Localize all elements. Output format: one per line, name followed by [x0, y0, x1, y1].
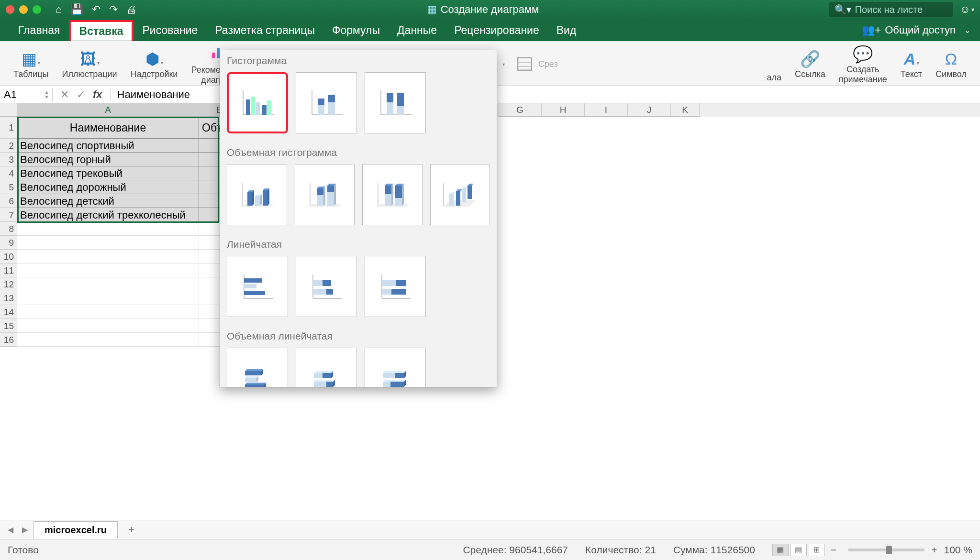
- col-header-g[interactable]: G: [499, 103, 542, 117]
- print-icon[interactable]: 🖨: [126, 3, 137, 16]
- table-icon: ▦▾: [22, 49, 40, 68]
- view-page-break-button[interactable]: ⊞: [809, 544, 825, 556]
- tab-view[interactable]: Вид: [548, 21, 585, 40]
- tab-insert[interactable]: Вставка: [69, 20, 134, 41]
- dd-section-histogram: Гистограмма: [220, 50, 497, 69]
- tab-formulas[interactable]: Формулы: [323, 21, 389, 40]
- zoom-in-button[interactable]: +: [931, 544, 937, 556]
- sheet-nav-prev[interactable]: ◀: [5, 525, 16, 534]
- row-header[interactable]: 6: [0, 194, 17, 208]
- col-header-k[interactable]: K: [671, 103, 700, 117]
- tab-page-layout[interactable]: Разметка страницы: [206, 21, 323, 40]
- row-header[interactable]: 14: [0, 305, 17, 319]
- table-cell[interactable]: Велосипед детский: [17, 194, 199, 208]
- table-cell[interactable]: Велосипед трековый: [17, 166, 199, 180]
- view-page-layout-button[interactable]: ▤: [791, 544, 807, 556]
- row-header[interactable]: 15: [0, 319, 17, 333]
- 100-stacked-column-option[interactable]: [365, 72, 426, 133]
- search-sheet-input[interactable]: 🔍▾ Поиск на листе: [829, 2, 953, 17]
- row-header[interactable]: 13: [0, 291, 17, 305]
- accept-formula-icon[interactable]: ✓: [77, 88, 85, 101]
- fx-icon[interactable]: fx: [93, 88, 102, 101]
- row-header[interactable]: 8: [0, 222, 17, 236]
- svg-marker-71: [449, 192, 456, 194]
- select-all-corner[interactable]: [0, 103, 17, 117]
- row-header[interactable]: 11: [0, 264, 17, 277]
- table-cell[interactable]: Велосипед горный: [17, 153, 199, 166]
- cell[interactable]: [17, 291, 199, 305]
- row-header[interactable]: 2: [0, 139, 17, 153]
- clustered-column-option[interactable]: [227, 72, 288, 133]
- 100-stacked-bar-option[interactable]: [365, 256, 426, 317]
- link-button[interactable]: 🔗 Ссылка: [788, 44, 832, 85]
- row-header[interactable]: 9: [0, 236, 17, 250]
- row-header[interactable]: 7: [0, 208, 17, 222]
- undo-icon[interactable]: ↶: [92, 3, 100, 16]
- cell[interactable]: [17, 236, 199, 250]
- name-box[interactable]: A1 ▴▾: [0, 88, 53, 101]
- tables-button[interactable]: ▦▾ Таблицы: [7, 44, 56, 85]
- tab-home[interactable]: Главная: [10, 21, 69, 40]
- 3d-clustered-bar-option[interactable]: [227, 348, 288, 387]
- clustered-bar-option[interactable]: [227, 256, 288, 317]
- row-header[interactable]: 4: [0, 166, 17, 180]
- cell[interactable]: [17, 250, 199, 264]
- share-button[interactable]: 👥+ Общий доступ ⌄: [862, 24, 970, 36]
- 3d-clustered-column-option[interactable]: [227, 164, 287, 225]
- cell[interactable]: [17, 333, 199, 347]
- cancel-formula-icon[interactable]: ✕: [60, 88, 69, 101]
- stacked-column-option[interactable]: [296, 72, 357, 133]
- 3d-stacked-bar-option[interactable]: [296, 348, 357, 387]
- row-header[interactable]: 1: [0, 117, 17, 139]
- zoom-level[interactable]: 100 %: [944, 544, 972, 556]
- illustrations-button[interactable]: 🖼▾ Иллюстрации: [56, 44, 124, 85]
- zoom-out-button[interactable]: −: [831, 544, 836, 556]
- col-header-h[interactable]: H: [542, 103, 585, 117]
- table-cell[interactable]: Велосипед детский трехколесный: [17, 208, 199, 222]
- cell[interactable]: [17, 319, 199, 333]
- redo-icon[interactable]: ↷: [109, 3, 118, 16]
- col-header-a[interactable]: A: [17, 103, 199, 117]
- formula-input[interactable]: Наименование: [111, 88, 197, 101]
- save-icon[interactable]: 💾: [70, 3, 83, 16]
- col-header-i[interactable]: I: [585, 103, 628, 117]
- tab-review[interactable]: Рецензирование: [445, 21, 548, 40]
- sheet-tab[interactable]: microexcel.ru: [33, 521, 118, 538]
- cell[interactable]: [17, 277, 199, 291]
- view-normal-button[interactable]: ▦: [772, 544, 789, 556]
- close-window-dot[interactable]: [6, 5, 14, 14]
- row-header[interactable]: 5: [0, 180, 17, 194]
- 3d-column-option[interactable]: [430, 164, 490, 225]
- zoom-slider[interactable]: [848, 549, 924, 551]
- table-cell[interactable]: Велосипед дорожный: [17, 180, 199, 194]
- feedback-button[interactable]: ☺ ▾: [960, 3, 974, 16]
- cell[interactable]: [17, 222, 199, 236]
- table-header-cell[interactable]: Наименование: [17, 117, 199, 139]
- sheet-nav-next[interactable]: ▶: [19, 525, 31, 534]
- comment-button[interactable]: 💬 Создать примечание: [832, 44, 894, 85]
- 3d-stacked-column-option[interactable]: [295, 164, 355, 225]
- 3d-100-stacked-bar-option[interactable]: [365, 348, 426, 387]
- slicer-button[interactable]: Срез: [512, 44, 561, 85]
- 3d-100-stacked-column-option[interactable]: [362, 164, 423, 225]
- home-icon[interactable]: ⌂: [56, 3, 62, 16]
- stacked-bar-option[interactable]: [296, 256, 357, 317]
- table-cell[interactable]: Велосипед спортивный: [17, 139, 199, 153]
- row-header[interactable]: 16: [0, 333, 17, 347]
- row-header[interactable]: 3: [0, 153, 17, 166]
- col-header-j[interactable]: J: [628, 103, 671, 117]
- tab-data[interactable]: Данные: [389, 21, 445, 40]
- tab-draw[interactable]: Рисование: [134, 21, 206, 40]
- symbol-button[interactable]: Ω Символ: [929, 44, 973, 85]
- row-header[interactable]: 12: [0, 277, 17, 291]
- cell[interactable]: [17, 305, 199, 319]
- svg-marker-119: [383, 380, 406, 382]
- add-sheet-button[interactable]: +: [121, 521, 142, 539]
- minimize-window-dot[interactable]: [19, 5, 28, 14]
- svg-rect-39: [247, 192, 252, 206]
- maximize-window-dot[interactable]: [33, 5, 41, 14]
- cell[interactable]: [17, 264, 199, 277]
- addins-button[interactable]: ⬢▾ Надстройки: [124, 44, 185, 85]
- text-button[interactable]: А▾ Текст: [894, 44, 929, 85]
- row-header[interactable]: 10: [0, 250, 17, 264]
